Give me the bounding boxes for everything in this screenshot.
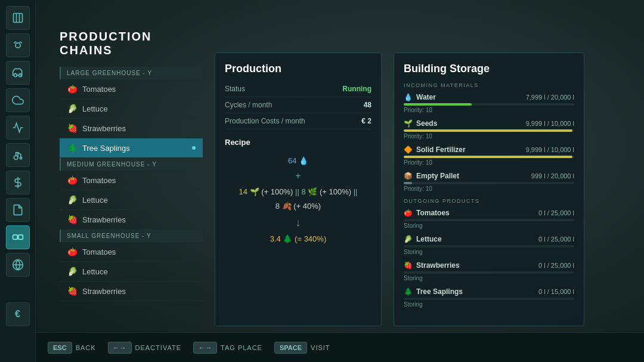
storage-title: Building Storage <box>404 63 574 75</box>
priority-pallet: Priority: 10 <box>404 185 574 192</box>
outgoing-header: OUTGOING PRODUCTS <box>404 198 574 204</box>
sidebar-btn-stats[interactable] <box>6 116 30 140</box>
production-panel: Production Status Running Cycles / month… <box>215 52 382 326</box>
status-lettuce: Storing <box>404 249 574 255</box>
group-header-medium: MEDIUM GREENHOUSE - Y <box>60 158 203 171</box>
pallet-icon: 📦 <box>404 172 413 180</box>
svg-point-3 <box>15 43 20 48</box>
sidebar-btn-vehicle[interactable] <box>6 61 30 85</box>
sidebar-btn-chains[interactable] <box>6 225 30 249</box>
bar-water <box>404 103 574 106</box>
recipe-fert-amount: 8 <box>301 187 305 196</box>
chain-group-large: LARGE GREENHOUSE - Y 🍅 Tomatoes 🥬 Lettuc… <box>60 67 203 158</box>
output-pct: (= 340%) <box>295 234 326 243</box>
tomato-icon: 🍅 <box>67 175 78 185</box>
chain-item-label: Lettuce <box>82 267 108 276</box>
item-name: Solid Fertilizer <box>416 146 466 154</box>
chain-group-medium: MEDIUM GREENHOUSE - Y 🍅 Tomatoes 🥬 Lettu… <box>60 158 203 230</box>
visit-label: VISIT <box>311 344 330 351</box>
pipes2: || <box>354 187 358 196</box>
bar-lettuce-out <box>404 245 574 247</box>
recipe-label: Recipe <box>225 138 371 147</box>
storage-item-lettuce-out: 🥬 Lettuce 0 l / 25,000 l Storing <box>404 235 574 255</box>
kbd-visit[interactable]: SPACE VISIT <box>274 342 330 354</box>
fertilizer-icon: 🔶 <box>404 146 413 154</box>
strawberry-out-icon: 🍓 <box>404 261 413 270</box>
chain-item-large-saplings[interactable]: 🌲 Tree Saplings <box>60 138 203 158</box>
chain-item-label: Tree Saplings <box>82 144 130 153</box>
item-amount-seeds: 9,999 l / 10,000 l <box>526 120 574 127</box>
storage-item-seeds: 🌱 Seeds 9,999 l / 10,000 l Priority: 10 <box>404 119 574 140</box>
stat-value-status: Running <box>342 85 371 93</box>
storage-item-saplings-out: 🌲 Tree Saplings 0 l / 15,000 l Storing <box>404 287 574 308</box>
stat-costs: Production Costs / month € 2 <box>225 117 371 129</box>
sidebar-btn-finance[interactable] <box>6 171 30 194</box>
chain-item-medium-strawberries[interactable]: 🍓 Strawberries <box>60 210 203 230</box>
stat-value-costs: € 2 <box>361 117 371 125</box>
sidebar-btn-globe[interactable] <box>6 253 30 277</box>
kbd-deactivate[interactable]: ←→ DEACTIVATE <box>108 342 181 354</box>
chain-item-small-tomatoes[interactable]: 🍅 Tomatoes <box>60 242 203 262</box>
sidebar-btn-weather[interactable] <box>6 88 30 112</box>
sidebar-btn-map[interactable] <box>6 6 30 30</box>
sidebar: € <box>0 0 36 362</box>
seeds-icon: 🌱 <box>250 187 259 196</box>
storage-item-strawberries-out: 🍓 Strawberries 0 l / 25,000 l Storing <box>404 261 574 281</box>
recipe-line4: 3.4 🌲 (= 340%) <box>225 232 371 246</box>
item-amount-pallet: 999 l / 20,000 l <box>531 172 574 180</box>
chain-item-label: Tomatoes <box>82 247 116 256</box>
stat-cycles: Cycles / month 48 <box>225 101 371 113</box>
chain-item-medium-lettuce[interactable]: 🥬 Lettuce <box>60 190 203 210</box>
chain-item-large-tomatoes[interactable]: 🍅 Tomatoes <box>60 79 203 99</box>
sidebar-btn-tractor[interactable] <box>6 143 30 167</box>
item-amount-saplings-out: 0 l / 15,000 l <box>538 288 574 295</box>
bar-strawberries-out <box>404 271 574 274</box>
storage-item-pallet: 📦 Empty Pallet 999 l / 20,000 l Priority… <box>404 172 574 192</box>
bar-fill-water <box>404 103 472 106</box>
bar-tomatoes-out <box>404 219 574 221</box>
recipe-line3: 8 🍂 (+ 40%) <box>225 199 371 213</box>
sidebar-btn-missions[interactable] <box>6 198 30 222</box>
esc-key: ESC <box>48 342 72 354</box>
chain-item-large-strawberries[interactable]: 🍓 Strawberries <box>60 119 203 138</box>
svg-point-4 <box>14 74 17 77</box>
sidebar-btn-animals[interactable] <box>6 33 30 57</box>
recipe-water-amount: 64 <box>288 156 296 165</box>
lettuce-icon: 🥬 <box>67 194 78 205</box>
item-amount-fertilizer: 9,999 l / 10,000 l <box>526 146 574 153</box>
status-tomatoes: Storing <box>404 222 574 229</box>
space-key: SPACE <box>274 342 307 354</box>
tomato-icon: 🍅 <box>67 246 78 257</box>
storage-item-tomatoes-out: 🍅 Tomatoes 0 l / 25,000 l Storing <box>404 209 574 229</box>
tagplace-label: TAG PLACE <box>221 344 262 351</box>
water-icon: 💧 <box>404 93 413 101</box>
chains-title: PRODUCTION CHAINS <box>60 30 203 57</box>
pipes: || <box>295 187 301 196</box>
lettuce-icon: 🥬 <box>67 103 78 114</box>
chain-item-small-strawberries[interactable]: 🍓 Strawberries <box>60 281 203 301</box>
chain-item-large-lettuce[interactable]: 🥬 Lettuce <box>60 99 203 119</box>
tagplace-key: ←→ <box>193 342 217 354</box>
bar-saplings-out <box>404 298 574 300</box>
deactivate-key: ←→ <box>108 342 132 354</box>
bar-fertilizer <box>404 156 574 158</box>
pallet-pct: (+ 40%) <box>293 202 321 211</box>
bar-fill-fertilizer <box>404 156 572 158</box>
item-name: Strawberries <box>416 261 460 270</box>
storage-item-water: 💧 Water 7,999 l / 20,000 l Priority: 10 <box>404 93 574 113</box>
chain-item-medium-tomatoes[interactable]: 🍅 Tomatoes <box>60 171 203 190</box>
bar-seeds <box>404 129 574 132</box>
kbd-tagplace[interactable]: ←→ TAG PLACE <box>193 342 262 354</box>
deactivate-label: DEACTIVATE <box>135 344 181 351</box>
stat-label: Production Costs / month <box>225 117 305 125</box>
seeds-icon: 🌱 <box>404 119 413 128</box>
recipe-content: 64 💧 + 14 🌱 (+ 100%) || 8 🌿 (+ 100%) || … <box>225 154 371 246</box>
item-amount-strawberries-out: 0 l / 25,000 l <box>538 262 574 269</box>
chain-item-small-lettuce[interactable]: 🥬 Lettuce <box>60 262 203 281</box>
sapling-icon: 🌲 <box>67 143 78 153</box>
svg-rect-10 <box>18 235 23 240</box>
sidebar-btn-euro[interactable]: € <box>6 302 30 326</box>
priority-water: Priority: 10 <box>404 107 574 113</box>
svg-rect-9 <box>13 235 17 240</box>
kbd-back[interactable]: ESC BACK <box>48 342 96 354</box>
